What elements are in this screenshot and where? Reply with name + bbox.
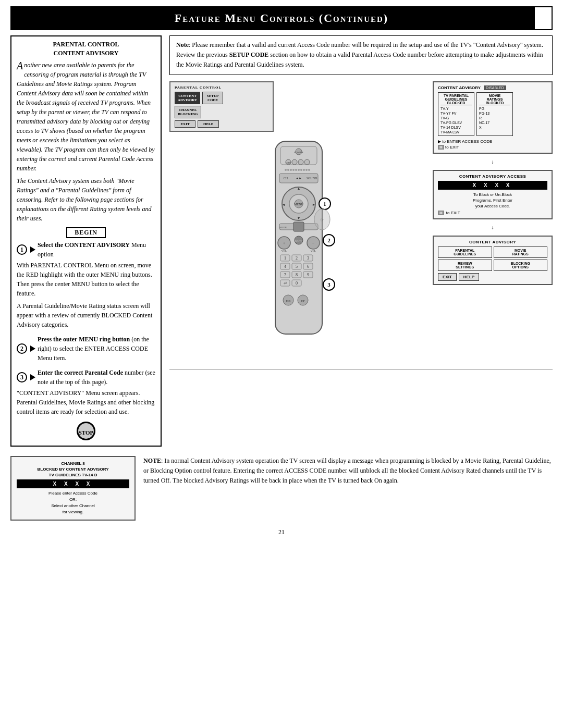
exit-label: to EXIT bbox=[445, 145, 459, 150]
svg-text:SOUND: SOUND bbox=[306, 177, 317, 180]
ca-menu-grid: PARENTALGUIDELINES MOVIERATINGS REVIEWSE… bbox=[438, 246, 547, 271]
svg-text:PIP: PIP bbox=[301, 300, 304, 302]
enter-label: to ENTER ACCESS CODE bbox=[442, 139, 492, 144]
channel-x-code: X X X X bbox=[17, 479, 129, 488]
step1-num: 1 bbox=[17, 244, 27, 255]
svg-rect-32 bbox=[293, 222, 304, 231]
col2-item-5: X bbox=[479, 125, 510, 130]
svg-text:☞: ☞ bbox=[320, 217, 324, 223]
channel-info-2: OR: bbox=[17, 497, 129, 503]
step-2: 2 Press the outer MENU ring button (on t… bbox=[17, 335, 155, 363]
stop-badge: STOP bbox=[17, 422, 155, 440]
bottom-note-text: : In normal Content Advisory system oper… bbox=[143, 457, 551, 484]
remote-svg: POWER INFO bbox=[247, 136, 351, 355]
drop-cap: A bbox=[17, 60, 23, 71]
channel-blocking-btn: CHANNELBLOCKING bbox=[175, 106, 201, 118]
step2-num: 2 bbox=[17, 343, 27, 354]
step3-indicator: 3 bbox=[17, 372, 35, 382]
blocked-by-label: BLOCKED BY CONTENT ADVISORY bbox=[17, 467, 129, 472]
svg-text:MENU: MENU bbox=[294, 203, 303, 206]
step1-detail: With PARENTAL CONTROL Menu on screen, mo… bbox=[17, 261, 155, 298]
arrow-down-1: ↓ bbox=[433, 159, 553, 165]
pc-exit-row: EXIT HELP bbox=[175, 120, 268, 128]
ca-access-info: To Block or Un-BlockPrograms, First Ente… bbox=[438, 192, 547, 209]
divider bbox=[169, 369, 553, 370]
begin-label: BEGIN bbox=[17, 227, 155, 238]
step1-detail2: A Parental Guideline/Movie Rating status… bbox=[17, 301, 155, 329]
note-text: : Please remember that a vailid and curr… bbox=[176, 41, 543, 68]
svg-text:SLIDE: SLIDE bbox=[279, 226, 286, 229]
enter-icon: ▶ bbox=[438, 139, 441, 144]
svg-text:POS: POS bbox=[286, 300, 290, 302]
svg-text:▼: ▼ bbox=[297, 216, 300, 220]
header-title: Feature Menu Controls (Continued) bbox=[175, 11, 388, 24]
header-corner-box bbox=[534, 6, 553, 30]
ca-menu-box: CONTENT ADVISORY PARENTALGUIDELINES MOVI… bbox=[433, 236, 553, 285]
tv-guidelines-label: TV GUIDELINES TV-14 D bbox=[17, 473, 129, 477]
step1-label: Select the CONTENT ADVISORY Menu option bbox=[38, 240, 155, 259]
step1-arrow bbox=[30, 246, 35, 253]
svg-text:3: 3 bbox=[327, 281, 331, 288]
step3-num: 3 bbox=[17, 372, 27, 382]
pc-screen-row2: CHANNELBLOCKING bbox=[175, 106, 268, 118]
page-header: Feature Menu Controls (Continued) bbox=[10, 6, 553, 30]
col1-item-4: TV-PG DLSV bbox=[440, 120, 472, 125]
left-diagrams: PARENTAL CONTROL CONTENTADVISORY SETUPCO… bbox=[169, 81, 427, 357]
exit-m-btn: M bbox=[438, 145, 444, 150]
right-column: Note: Please remember that a vailid and … bbox=[169, 35, 553, 452]
svg-text:MUTE: MUTE bbox=[295, 240, 302, 242]
svg-text:►: ► bbox=[312, 203, 315, 207]
step-3: 3 Enter the correct Parental Code number… bbox=[17, 368, 155, 416]
parental-title: PARENTAL CONTROL bbox=[17, 41, 155, 48]
svg-text:VOL: VOL bbox=[310, 250, 315, 252]
col1-item-5: TV-14 DLSV bbox=[440, 125, 472, 130]
right-diagrams: CONTENT ADVISORY DISABLED TV PARENTALGUI… bbox=[433, 81, 553, 357]
svg-text:VOL: VOL bbox=[281, 250, 286, 252]
parental-subtitle: CONTENT ADVISORY bbox=[17, 50, 155, 57]
exit-access-row: M to EXIT bbox=[438, 145, 547, 150]
tv-parental-box: CONTENT ADVISORY DISABLED TV PARENTALGUI… bbox=[433, 81, 553, 154]
svg-text:7: 7 bbox=[284, 273, 286, 277]
svg-point-12 bbox=[292, 169, 295, 171]
svg-text:◄►: ◄► bbox=[296, 177, 302, 180]
ca-access-x-code: X X X X bbox=[438, 181, 547, 190]
channel-info-3: Select another Channel bbox=[17, 503, 129, 509]
svg-point-9 bbox=[285, 169, 287, 171]
svg-text:9: 9 bbox=[307, 273, 309, 277]
svg-point-14 bbox=[298, 169, 300, 171]
note-label: Note bbox=[176, 41, 189, 48]
svg-point-7 bbox=[304, 159, 310, 165]
step2-label: Press the outer MENU ring button (on the… bbox=[38, 335, 155, 363]
ca-access-box: CONTENT ADVISORY ACCESS X X X X To Block… bbox=[433, 170, 553, 220]
svg-point-5 bbox=[292, 159, 297, 165]
svg-text:◄: ◄ bbox=[282, 203, 285, 207]
bottom-section: CHANNEL 8 BLOCKED BY CONTENT ADVISORY TV… bbox=[0, 452, 563, 521]
ca-parental-guidelines: PARENTALGUIDELINES bbox=[438, 246, 492, 258]
channel-info-1: Please enter Access Code bbox=[17, 490, 129, 497]
col2-item-4: NC-17 bbox=[479, 120, 510, 125]
parental-para1: Another new area available to parents fo… bbox=[17, 60, 155, 173]
remote-control-area: POWER INFO bbox=[169, 136, 427, 357]
pc-screen: PARENTAL CONTROL CONTENTADVISORY SETUPCO… bbox=[169, 81, 274, 132]
col1-item-6: TV-MA LSV bbox=[440, 130, 472, 134]
parental-para1-text: nother new area available to parents for… bbox=[17, 61, 155, 172]
svg-text:⏎: ⏎ bbox=[284, 281, 287, 286]
svg-text:2: 2 bbox=[296, 256, 298, 261]
svg-text:▲: ▲ bbox=[297, 187, 300, 191]
svg-point-10 bbox=[287, 169, 289, 171]
step2-arrow bbox=[30, 346, 35, 352]
step-1: 1 Select the CONTENT ADVISORY Menu optio… bbox=[17, 240, 155, 329]
svg-text:1: 1 bbox=[323, 201, 326, 207]
ca-exit-m-btn: M bbox=[438, 211, 444, 215]
ca-menu-bottom: EXIT HELP bbox=[438, 273, 547, 281]
ca-exit-btn: EXIT bbox=[438, 273, 457, 281]
pc-screen-title: PARENTAL CONTROL bbox=[175, 85, 268, 90]
tv-advisory-header: CONTENT ADVISORY DISABLED bbox=[438, 85, 547, 90]
svg-point-16 bbox=[303, 169, 305, 171]
bottom-note-bold: NOTE bbox=[143, 457, 161, 464]
ca-blocking-options: BLOCKINGOPTIONS bbox=[494, 260, 548, 271]
col2-title: MOVIERATINGSBLOCKED bbox=[479, 94, 510, 105]
col2-item-3: R bbox=[479, 116, 510, 120]
page-number: 21 bbox=[0, 521, 563, 541]
setup-code-btn: SETUPCODE bbox=[202, 92, 223, 104]
